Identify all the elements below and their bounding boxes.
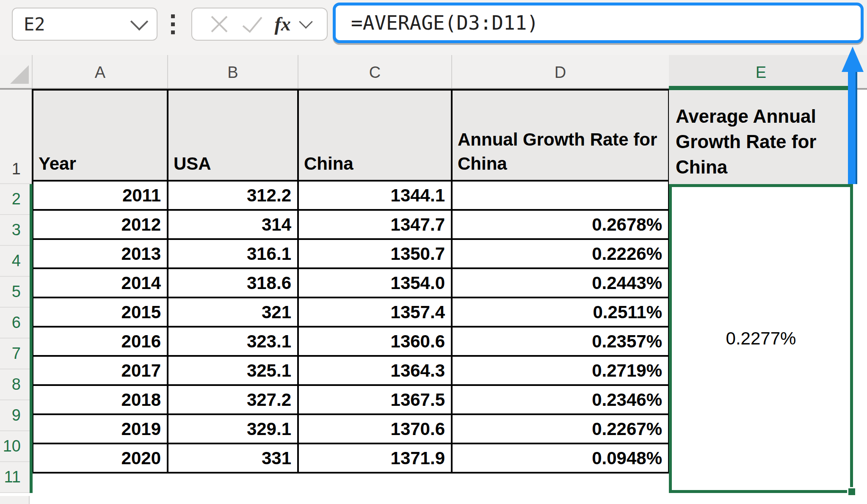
table-row: 2019 329.1 1370.6 0.2267%: [33, 414, 669, 443]
chevron-down-icon[interactable]: [130, 13, 148, 30]
row-header-7[interactable]: 7: [0, 339, 33, 369]
header-divider: [451, 55, 452, 90]
cell-b3[interactable]: 314: [168, 210, 298, 239]
column-header-e-selected[interactable]: E: [669, 55, 853, 90]
table-row: 2011 312.2 1344.1: [33, 181, 669, 210]
row-header-2[interactable]: 2: [0, 184, 33, 215]
column-header-strip: A B C D E: [0, 55, 867, 90]
column-header-c[interactable]: C: [298, 55, 452, 90]
cell-a6[interactable]: 2015: [33, 297, 168, 327]
column-header-b[interactable]: B: [168, 55, 298, 90]
cell-d4[interactable]: 0.2226%: [452, 239, 669, 268]
merged-cell-e2-e11-selected[interactable]: 0.2277%: [669, 184, 853, 493]
cell-d8[interactable]: 0.2719%: [452, 356, 669, 385]
selected-rows-accent-bar: [30, 184, 33, 493]
cell-b9[interactable]: 327.2: [168, 385, 298, 414]
table-row: 2013 316.1 1350.7 0.2226%: [33, 239, 669, 268]
cell-c1[interactable]: China: [298, 90, 452, 181]
header-divider: [167, 55, 168, 90]
annotation-arrow-up-icon: [842, 47, 864, 72]
cell-d11[interactable]: 0.0948%: [452, 443, 669, 473]
table-row: Year USA China Annual Growth Rate for Ch…: [33, 90, 669, 181]
cell-d7[interactable]: 0.2357%: [452, 327, 669, 356]
cell-a9[interactable]: 2018: [33, 385, 168, 414]
cell-c11[interactable]: 1371.9: [298, 443, 452, 473]
cell-a5[interactable]: 2014: [33, 268, 168, 297]
cell-a7[interactable]: 2016: [33, 327, 168, 356]
selected-column-underline: [669, 86, 853, 90]
cell-c10[interactable]: 1370.6: [298, 414, 452, 443]
cell-c5[interactable]: 1354.0: [298, 268, 452, 297]
formula-bar-input[interactable]: =AVERAGE(D3:D11): [333, 3, 864, 43]
table-row: 2018 327.2 1367.5 0.2346%: [33, 385, 669, 414]
table-row: 2014 318.6 1354.0 0.2443%: [33, 268, 669, 297]
cell-a3[interactable]: 2012: [33, 210, 168, 239]
cell-b6[interactable]: 321: [168, 297, 298, 327]
cell-b10[interactable]: 329.1: [168, 414, 298, 443]
row-header-8[interactable]: 8: [0, 369, 33, 400]
spreadsheet-app: E2 fx =AVERAGE(D3:D11) A B C D E: [0, 0, 867, 504]
cell-c3[interactable]: 1347.7: [298, 210, 452, 239]
row-header-5[interactable]: 5: [0, 277, 33, 308]
header-divider: [32, 55, 33, 90]
table-row: 2017 325.1 1364.3 0.2719%: [33, 356, 669, 385]
cell-a2[interactable]: 2011: [33, 181, 168, 210]
formula-toolbar: E2 fx =AVERAGE(D3:D11): [0, 0, 867, 55]
cell-b8[interactable]: 325.1: [168, 356, 298, 385]
column-header-d[interactable]: D: [452, 55, 669, 90]
cell-d2[interactable]: [452, 181, 669, 210]
name-box[interactable]: E2: [12, 8, 157, 41]
cell-d9[interactable]: 0.2346%: [452, 385, 669, 414]
cell-e1[interactable]: Average Annual Growth Rate for China: [669, 90, 853, 184]
annotation-arrow-shaft: [848, 70, 857, 184]
cell-e1-text: Average Annual Growth Rate for China: [676, 104, 849, 180]
cell-b7[interactable]: 323.1: [168, 327, 298, 356]
cell-d3[interactable]: 0.2678%: [452, 210, 669, 239]
cell-a11[interactable]: 2020: [33, 443, 168, 473]
table-row: 2020 331 1371.9 0.0948%: [33, 443, 669, 473]
cell-c4[interactable]: 1350.7: [298, 239, 452, 268]
cell-b1[interactable]: USA: [168, 90, 298, 181]
row-header-11[interactable]: 11: [0, 462, 33, 493]
fx-chevron-down-icon[interactable]: [299, 15, 313, 29]
row-header-9[interactable]: 9: [0, 400, 33, 431]
enter-check-icon[interactable]: [240, 13, 264, 35]
cell-a4[interactable]: 2013: [33, 239, 168, 268]
cell-b2[interactable]: 312.2: [168, 181, 298, 210]
cell-a8[interactable]: 2017: [33, 356, 168, 385]
cell-a10[interactable]: 2019: [33, 414, 168, 443]
cell-c8[interactable]: 1364.3: [298, 356, 452, 385]
table-row: 2015 321 1357.4 0.2511%: [33, 297, 669, 327]
cell-b5[interactable]: 318.6: [168, 268, 298, 297]
cell-c6[interactable]: 1357.4: [298, 297, 452, 327]
formula-button-group: fx: [191, 8, 328, 41]
header-divider: [298, 55, 298, 90]
cell-c2[interactable]: 1344.1: [298, 181, 452, 210]
name-box-value: E2: [24, 14, 45, 35]
data-table: Year USA China Annual Growth Rate for Ch…: [32, 89, 670, 474]
cell-a1[interactable]: Year: [33, 90, 168, 181]
row-header-partial: [0, 496, 30, 504]
cell-b11[interactable]: 331: [168, 443, 298, 473]
cell-b4[interactable]: 316.1: [168, 239, 298, 268]
formula-text: =AVERAGE(D3:D11): [351, 11, 538, 34]
cell-d1[interactable]: Annual Growth Rate for China: [452, 90, 669, 181]
row-header-4[interactable]: 4: [0, 246, 33, 277]
cell-c9[interactable]: 1367.5: [298, 385, 452, 414]
select-all-corner-icon[interactable]: [10, 65, 29, 84]
insert-function-button[interactable]: fx: [274, 14, 290, 34]
table-row: 2012 314 1347.7 0.2678%: [33, 210, 669, 239]
row-header-6[interactable]: 6: [0, 308, 33, 339]
row-header-10[interactable]: 10: [0, 431, 33, 462]
cell-d10[interactable]: 0.2267%: [452, 414, 669, 443]
vertical-dots-icon[interactable]: [171, 14, 175, 34]
column-header-a[interactable]: A: [33, 55, 168, 90]
cancel-icon[interactable]: [208, 13, 230, 35]
row-header-1[interactable]: 1: [0, 90, 33, 184]
fill-handle[interactable]: [847, 487, 856, 496]
merged-cell-value: 0.2277%: [726, 328, 796, 349]
cell-d5[interactable]: 0.2443%: [452, 268, 669, 297]
cell-d6[interactable]: 0.2511%: [452, 297, 669, 327]
cell-c7[interactable]: 1360.6: [298, 327, 452, 356]
row-header-3[interactable]: 3: [0, 215, 33, 246]
